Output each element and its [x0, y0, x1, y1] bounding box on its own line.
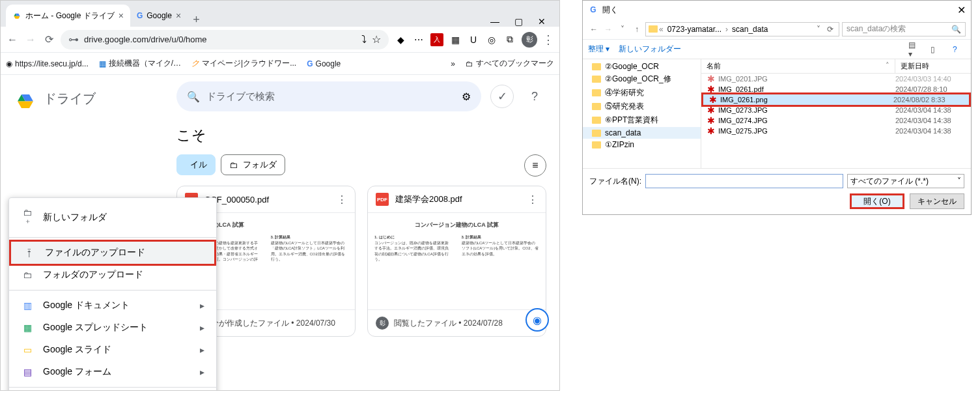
forward-icon[interactable]: →: [24, 34, 37, 46]
breadcrumb[interactable]: « 0723-yamatar... › scan_data ˅ ⟳: [645, 22, 839, 36]
menu-file-upload[interactable]: ⭱ファイルのアップロード: [9, 240, 216, 266]
folder-icon: [592, 76, 601, 83]
card-menu-icon[interactable]: ⋮: [337, 193, 347, 206]
profile-avatar[interactable]: 彰: [522, 32, 537, 48]
forms-icon: ▤: [21, 367, 34, 377]
column-date[interactable]: 更新日時: [895, 59, 971, 73]
ext4-icon[interactable]: ▦: [449, 33, 462, 46]
folder-tree: ②Google_OCR ②Google_OCR_修 ④学術研究 ⑤研究発表 ⑥P…: [583, 59, 701, 168]
image-file-icon: ✱: [707, 74, 716, 83]
bookmark-item[interactable]: ▦接続機器（マイク/…: [99, 58, 181, 69]
file-row[interactable]: ✱IMG_0275.JPG2024/03/04 14:38: [701, 126, 971, 136]
drive-favicon-icon: [12, 10, 21, 21]
bookmark-item[interactable]: クマイページ|クラウドワー...: [191, 58, 296, 69]
new-folder-button[interactable]: 新しいフォルダー: [619, 44, 681, 55]
close-window-icon[interactable]: ✕: [536, 16, 548, 27]
file-card[interactable]: PDF 建築学会2008.pdf ⋮ コンバージョン建物のLCA 試算 1. は…: [367, 186, 546, 337]
up-icon[interactable]: ˅: [617, 25, 628, 34]
ext6-icon[interactable]: ◎: [485, 33, 498, 46]
site-icon: ◉: [6, 59, 12, 68]
preview-pane-icon[interactable]: ▯: [931, 45, 944, 54]
chevron-right-icon: ▸: [200, 367, 204, 377]
menu-new-folder[interactable]: 🗀⁺新しいフォルダ: [9, 202, 216, 233]
new-menu: 🗀⁺新しいフォルダ ⭱ファイルのアップロード 🗀フォルダのアップロード ▥Goo…: [8, 197, 217, 390]
chevron-down-icon[interactable]: ˅: [813, 25, 824, 34]
site-info-icon[interactable]: ⊶: [68, 33, 79, 46]
tree-item-selected[interactable]: scan_data: [583, 127, 701, 139]
search-options-icon[interactable]: ⚙: [462, 91, 471, 103]
support-icon[interactable]: ?: [523, 85, 546, 108]
cancel-button[interactable]: キャンセル: [910, 193, 964, 209]
url-input[interactable]: ⊶ drive.google.com/drive/u/0/home ⤵ ☆: [61, 30, 389, 50]
pdf-preview: コンバージョン建物のLCA 試算 1. はじめに コンバージョンは、既存の建物を…: [368, 212, 546, 310]
close-tab-icon[interactable]: ×: [176, 10, 181, 21]
all-bookmarks[interactable]: 🗀すべてのブックマーク: [466, 58, 554, 69]
ext2-icon[interactable]: ⋯: [412, 33, 425, 46]
tab-google[interactable]: G Google ×: [130, 5, 188, 27]
install-app-icon[interactable]: ⤵: [361, 34, 367, 46]
column-name[interactable]: 名前 ˄: [701, 59, 895, 73]
tree-item[interactable]: ④学術研究: [583, 86, 701, 100]
back-icon[interactable]: ←: [6, 34, 19, 46]
tree-item[interactable]: ⑥PPT営業資料: [583, 113, 701, 127]
help-icon[interactable]: ?: [953, 45, 966, 54]
dialog-nav: ← → ˅ ↑ « 0723-yamatar... › scan_data ˅ …: [583, 19, 971, 40]
chip-folder[interactable]: 🗀フォルダ: [221, 154, 285, 175]
folder-icon: [592, 130, 601, 137]
close-dialog-icon[interactable]: ✕: [957, 4, 966, 16]
maximize-icon[interactable]: ▢: [512, 16, 524, 27]
file-row[interactable]: ✱IMG_0201.JPG2024/03/03 14:40: [701, 74, 971, 84]
refresh-icon[interactable]: ⟳: [824, 25, 836, 34]
view-mode-icon[interactable]: ▤ ▾: [908, 40, 921, 59]
bookmark-overflow[interactable]: »: [451, 59, 455, 68]
tree-item[interactable]: ⑤研究発表: [583, 100, 701, 113]
new-folder-icon: 🗀⁺: [21, 207, 34, 228]
pdf-icon: PDF: [376, 193, 389, 206]
close-tab-icon[interactable]: ×: [119, 10, 124, 21]
organize-dropdown[interactable]: 整理 ▾: [588, 44, 609, 55]
url-text: drive.google.com/drive/u/0/home: [84, 35, 207, 44]
file-row[interactable]: ✱IMG_0274.JPG2024/03/04 14:38: [701, 115, 971, 126]
folder-icon: 🗀: [229, 160, 238, 170]
drive-logo[interactable]: ドライブ: [6, 83, 158, 114]
ext5-icon[interactable]: U: [467, 33, 480, 46]
ext1-icon[interactable]: ◆: [394, 33, 407, 46]
ext7-icon[interactable]: ⧉: [503, 33, 516, 46]
menu-google-sheets[interactable]: ▦Google スプレッドシート▸: [9, 317, 216, 339]
tab-drive[interactable]: ホーム - Google ドライブ ×: [6, 5, 130, 27]
ai-assistant-fab[interactable]: ◉: [525, 308, 549, 332]
menu-google-slides[interactable]: ▭Google スライド▸: [9, 339, 216, 361]
filetype-select[interactable]: すべてのファイル (*.*)˅: [847, 174, 964, 188]
tree-item[interactable]: ②Google_OCR: [583, 61, 701, 72]
bookmark-star-icon[interactable]: ☆: [372, 33, 381, 46]
chrome-menu-icon[interactable]: ⋮: [542, 33, 554, 47]
tab-title: ホーム - Google ドライブ: [25, 10, 115, 21]
sheets-icon: ▦: [21, 322, 34, 333]
chip-file[interactable]: イル: [176, 154, 216, 175]
menu-google-forms[interactable]: ▤Google フォーム▸: [9, 361, 216, 383]
folder-icon: [592, 103, 601, 110]
chevron-right-icon: ▸: [200, 300, 204, 311]
reload-icon[interactable]: ⟳: [42, 33, 55, 46]
up-folder-icon[interactable]: ↑: [631, 25, 643, 34]
new-tab-button[interactable]: +: [188, 13, 205, 27]
forward-icon[interactable]: →: [602, 25, 614, 34]
bookmark-item[interactable]: ◉https://lite.secu.jp/d...: [6, 59, 89, 68]
menu-folder-upload[interactable]: 🗀フォルダのアップロード: [9, 264, 216, 286]
dialog-search-input[interactable]: scan_dataの検索 🔍: [842, 22, 966, 36]
ready-offline-icon[interactable]: ✓: [490, 85, 514, 108]
bookmark-item[interactable]: GGoogle: [307, 59, 341, 68]
ext3-icon[interactable]: 入: [430, 33, 443, 46]
open-button[interactable]: 開く(O): [850, 193, 904, 209]
file-row-selected[interactable]: ✱IMG_0261.png2024/08/02 8:33: [701, 92, 971, 107]
tree-item[interactable]: ①ZIPzin: [583, 139, 701, 150]
menu-google-docs[interactable]: ▥Google ドキュメント▸: [9, 294, 216, 317]
layout-toggle-icon[interactable]: ≡: [524, 154, 546, 177]
back-icon[interactable]: ←: [588, 25, 600, 34]
slides-icon: ▭: [21, 345, 34, 355]
tree-item[interactable]: ②Google_OCR_修: [583, 72, 701, 86]
card-menu-icon[interactable]: ⋮: [527, 193, 538, 206]
drive-search-input[interactable]: 🔍 ドライブで検索 ⚙: [176, 81, 481, 111]
minimize-icon[interactable]: —: [489, 16, 501, 27]
filename-input[interactable]: [645, 174, 843, 188]
